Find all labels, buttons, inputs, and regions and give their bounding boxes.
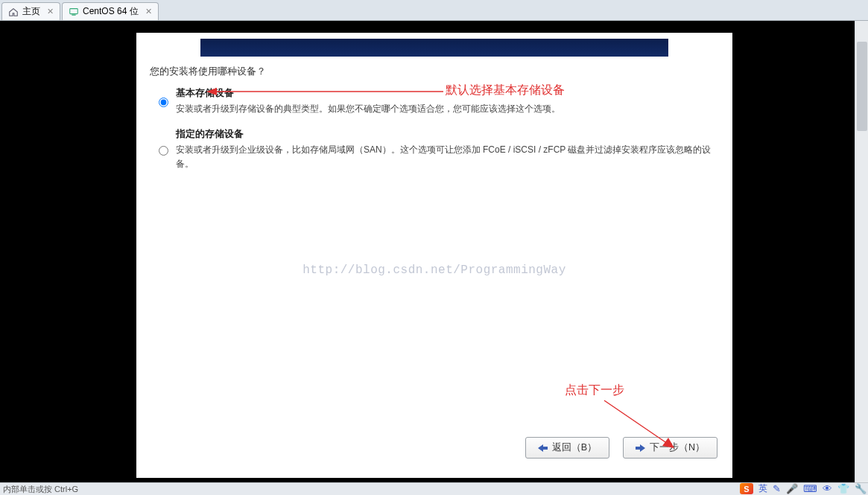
option-title: 基本存储设备 xyxy=(176,87,719,100)
skin-icon[interactable]: 👕 xyxy=(837,483,849,494)
vm-console: 您的安装将使用哪种设备？ 基本存储设备 安装或者升级到存储设备的典型类型。如果您… xyxy=(0,21,855,482)
app-frame: 主页 ✕ CentOS 64 位 ✕ 您的安装将使用哪种设备？ 基本存储设备 安… xyxy=(0,0,868,495)
home-tab[interactable]: 主页 ✕ xyxy=(1,2,60,20)
close-icon[interactable]: ✕ xyxy=(145,7,152,16)
button-row: 返回（B） 下一步（N） xyxy=(525,437,717,459)
svg-rect-1 xyxy=(72,14,75,15)
watermark-text: http://blog.csdn.net/ProgrammingWay xyxy=(302,264,566,277)
installer-banner xyxy=(200,39,668,57)
status-tray: S 英 ✎ 🎤 ⌨ 👁 👕 🔧 xyxy=(740,482,867,495)
option-specified-storage[interactable]: 指定的存储设备 安装或者升级到企业级设备，比如存储局域网（SAN）。这个选项可让… xyxy=(159,128,719,171)
next-button[interactable]: 下一步（N） xyxy=(623,437,717,459)
question-text: 您的安装将使用哪种设备？ xyxy=(150,66,719,78)
vertical-scrollbar[interactable] xyxy=(855,21,868,482)
home-icon xyxy=(8,7,19,17)
tool-icon[interactable]: 🔧 xyxy=(855,483,867,494)
vm-icon xyxy=(69,7,79,17)
ime-language-label[interactable]: 英 xyxy=(758,482,767,495)
tab-bar: 主页 ✕ CentOS 64 位 ✕ xyxy=(0,0,868,21)
option-title: 指定的存储设备 xyxy=(176,128,719,141)
radio-specified[interactable] xyxy=(159,130,168,171)
option-basic-storage[interactable]: 基本存储设备 安装或者升级到存储设备的典型类型。如果您不确定哪个选项适合您，您可… xyxy=(159,87,719,116)
annotation-click-next: 点击下一步 xyxy=(565,383,624,398)
status-bar: 内部单击或按 Ctrl+G S 英 ✎ 🎤 ⌨ 👁 👕 🔧 xyxy=(0,482,868,495)
eye-icon[interactable]: 👁 xyxy=(823,483,832,494)
keyboard-icon[interactable]: ⌨ xyxy=(803,483,817,494)
close-icon[interactable]: ✕ xyxy=(47,7,54,16)
mic-icon[interactable]: 🎤 xyxy=(786,483,798,494)
radio-basic[interactable] xyxy=(159,89,168,116)
scrollbar-thumb[interactable] xyxy=(857,42,867,131)
back-button[interactable]: 返回（B） xyxy=(525,437,609,459)
option-desc: 安装或者升级到存储设备的典型类型。如果您不确定哪个选项适合您，您可能应该选择这个… xyxy=(176,102,719,116)
vm-tab[interactable]: CentOS 64 位 ✕ xyxy=(62,2,159,20)
sogou-ime-icon[interactable]: S xyxy=(740,483,753,494)
tray-icon[interactable]: ✎ xyxy=(773,483,781,494)
arrow-right-icon xyxy=(636,444,645,452)
button-label: 下一步（N） xyxy=(650,441,705,454)
status-hint: 内部单击或按 Ctrl+G xyxy=(3,484,78,495)
installer-window: 您的安装将使用哪种设备？ 基本存储设备 安装或者升级到存储设备的典型类型。如果您… xyxy=(136,33,732,478)
tab-label: 主页 xyxy=(22,5,40,18)
button-label: 返回（B） xyxy=(552,441,597,454)
tab-label: CentOS 64 位 xyxy=(83,5,139,18)
arrow-left-icon xyxy=(538,444,548,452)
option-desc: 安装或者升级到企业级设备，比如存储局域网（SAN）。这个选项可让您添加 FCoE… xyxy=(176,143,719,171)
svg-rect-0 xyxy=(70,8,78,13)
